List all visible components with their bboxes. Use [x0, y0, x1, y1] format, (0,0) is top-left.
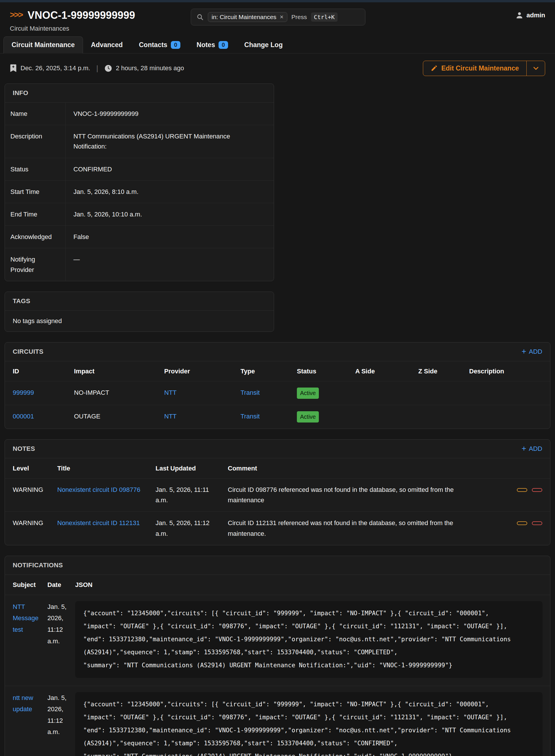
top-window-strip: [0, 0, 555, 2]
bookmark-plus-icon: [10, 64, 17, 72]
info-row-acknowledged: Acknowledged False: [5, 226, 274, 248]
note-comment: Circuit ID 098776 referenced was not fou…: [224, 478, 472, 512]
circuit-z-side: [414, 381, 465, 405]
notes-count-badge: 0: [218, 41, 228, 49]
tab-circuit-maintenance[interactable]: Circuit Maintenance: [3, 36, 83, 53]
chevron-down-icon: [532, 65, 540, 72]
circuit-z-side: [414, 405, 465, 429]
notification-subject-link[interactable]: NTT Message test: [13, 603, 38, 633]
user-menu[interactable]: admin: [515, 11, 545, 19]
circuit-provider-link[interactable]: NTT: [164, 413, 177, 420]
notes-header-row: Level Title Last Updated Comment: [5, 458, 550, 479]
delete-note-button[interactable]: [532, 488, 542, 492]
edit-note-button[interactable]: [517, 521, 527, 525]
circuits-header-row: ID Impact Provider Type Status A Side Z …: [5, 361, 550, 382]
status-badge: Active: [297, 388, 319, 399]
add-note-button[interactable]: + ADD: [521, 445, 542, 453]
pencil-icon: [431, 65, 438, 72]
app-header: >>> VNOC-1-99999999999 in: Circuit Maint…: [0, 2, 555, 21]
tab-contacts[interactable]: Contacts 0: [131, 36, 188, 53]
info-row-status: Status CONFIRMED: [5, 158, 274, 181]
notification-date: Jan. 5, 2026, 11:12 a.m.: [43, 686, 71, 756]
notifications-header-row: Subject Date JSON: [5, 575, 550, 595]
circuit-type-link[interactable]: Transit: [241, 389, 260, 396]
record-timestamps: Dec. 26, 2025, 3:14 p.m. | 2 hours, 28 m…: [10, 64, 184, 73]
edit-note-button[interactable]: [517, 488, 527, 492]
note-title-link[interactable]: Nonexistent circuit ID 098776: [57, 486, 140, 493]
plus-icon: +: [521, 444, 526, 453]
global-search[interactable]: in: Circuit Maintenances × Press Ctrl+K: [191, 9, 366, 26]
circuit-description: [465, 381, 550, 405]
circuits-panel-title: CIRCUITS: [13, 348, 43, 355]
notification-row: ntt new update Jan. 5, 2026, 11:12 a.m. …: [5, 686, 550, 756]
info-row-end-time: End Time Jan. 5, 2026, 10:10 a.m.: [5, 203, 274, 226]
notifications-panel-title: NOTIFICATIONS: [13, 562, 63, 569]
notification-json: {"account": "12345000","circuits": [{ "c…: [75, 601, 543, 678]
circuit-id-link[interactable]: 000001: [13, 413, 34, 420]
circuit-impact: NO-IMPACT: [70, 381, 160, 405]
note-last-updated: Jan. 5, 2026, 11:11 a.m.: [152, 478, 224, 512]
note-comment: Circuit ID 112131 referenced was not fou…: [224, 512, 472, 545]
circuit-description: [465, 405, 550, 429]
contacts-count-badge: 0: [171, 41, 180, 49]
notification-date: Jan. 5, 2026, 11:12 a.m.: [43, 595, 71, 686]
search-press-label: Press: [291, 13, 307, 20]
main-content: Dec. 26, 2025, 3:14 p.m. | 2 hours, 28 m…: [0, 60, 555, 756]
notes-panel: NOTES + ADD Level Title Last Updated Com…: [5, 439, 550, 545]
tab-bar: Circuit Maintenance Advanced Contacts 0 …: [0, 36, 555, 53]
tab-notes[interactable]: Notes 0: [188, 36, 236, 53]
plus-icon: +: [521, 347, 526, 355]
edit-circuit-maintenance-button[interactable]: Edit Circuit Maintenance: [423, 61, 526, 76]
note-actions: [472, 512, 550, 545]
app-logo-icon[interactable]: >>>: [10, 10, 23, 20]
add-circuit-button[interactable]: + ADD: [521, 348, 542, 355]
search-scope-chip[interactable]: in: Circuit Maintenances ×: [208, 12, 287, 22]
info-panel-title: INFO: [13, 89, 28, 97]
info-row-start-time: Start Time Jan. 5, 2026, 8:10 a.m.: [5, 181, 274, 203]
circuits-table: ID Impact Provider Type Status A Side Z …: [5, 361, 550, 429]
circuit-provider-link[interactable]: NTT: [164, 389, 177, 396]
notes-panel-header: NOTES + ADD: [5, 440, 550, 458]
created-timestamp: Dec. 26, 2025, 3:14 p.m.: [20, 64, 90, 72]
circuits-panel: CIRCUITS + ADD ID Impact Provider Type S…: [5, 342, 550, 429]
username: admin: [526, 11, 545, 19]
tags-panel: TAGS No tags assigned: [5, 292, 274, 332]
info-panel-header: INFO: [5, 84, 274, 102]
notes-panel-title: NOTES: [13, 445, 35, 453]
circuit-type-link[interactable]: Transit: [241, 413, 260, 420]
notes-table: Level Title Last Updated Comment WARNING…: [5, 458, 550, 545]
search-shortcut-kbd: Ctrl+K: [311, 12, 338, 22]
circuits-panel-header: CIRCUITS + ADD: [5, 343, 550, 361]
circuit-a-side: [351, 405, 414, 429]
record-meta-row: Dec. 26, 2025, 3:14 p.m. | 2 hours, 28 m…: [10, 60, 545, 77]
search-icon: [196, 13, 204, 21]
clock-icon: [104, 64, 112, 72]
note-last-updated: Jan. 5, 2026, 11:12 a.m.: [152, 512, 224, 545]
search-scope-label: in: Circuit Maintenances: [212, 13, 276, 20]
tags-empty-text: No tags assigned: [5, 311, 274, 331]
note-row: WARNING Nonexistent circuit ID 112131 Ja…: [5, 512, 550, 545]
notification-json: {"account": "12345000","circuits": [{ "c…: [75, 692, 543, 756]
note-title-link[interactable]: Nonexistent circuit ID 112131: [57, 519, 140, 527]
note-row: WARNING Nonexistent circuit ID 098776 Ja…: [5, 478, 550, 512]
circuit-id-link[interactable]: 999999: [13, 389, 34, 396]
tab-advanced[interactable]: Advanced: [83, 36, 131, 53]
notification-subject-link[interactable]: ntt new update: [13, 694, 33, 713]
circuit-row: 000001 OUTAGE NTT Transit Active: [5, 405, 550, 429]
tags-panel-title: TAGS: [13, 297, 30, 305]
user-icon: [515, 11, 523, 19]
delete-note-button[interactable]: [532, 521, 542, 525]
tab-change-log[interactable]: Change Log: [236, 36, 291, 53]
close-icon[interactable]: ×: [280, 14, 284, 20]
info-row-description: Description NTT Communications (AS2914) …: [5, 125, 274, 158]
notification-row: NTT Message test Jan. 5, 2026, 11:12 a.m…: [5, 595, 550, 686]
edit-dropdown-toggle[interactable]: [526, 61, 545, 76]
page-title: VNOC-1-99999999999: [28, 9, 135, 21]
circuit-a-side: [351, 381, 414, 405]
note-level: WARNING: [5, 478, 53, 512]
tags-panel-header: TAGS: [5, 292, 274, 311]
notifications-panel: NOTIFICATIONS Subject Date JSON NTT Mess…: [5, 556, 550, 756]
edit-button-group: Edit Circuit Maintenance: [423, 61, 545, 76]
note-actions: [472, 478, 550, 512]
circuit-impact: OUTAGE: [70, 405, 160, 429]
